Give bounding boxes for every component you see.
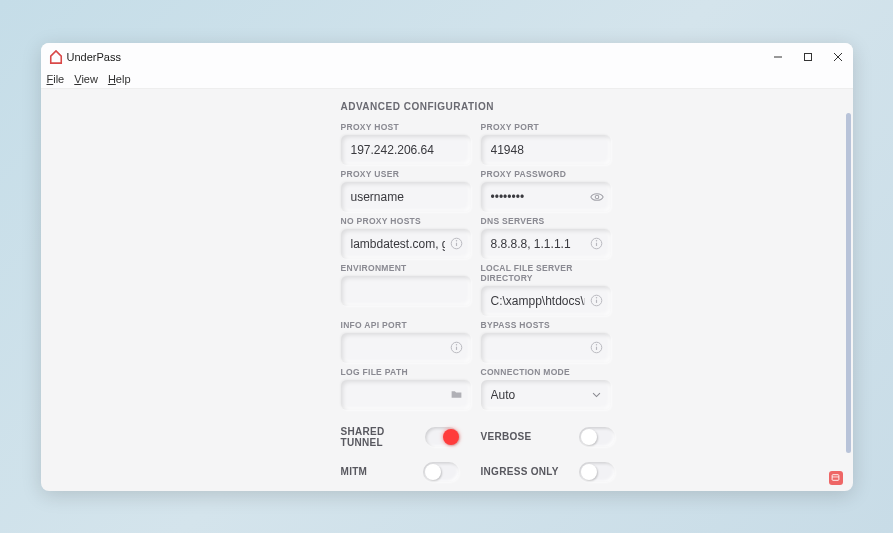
label-proxy-host: PROXY HOST <box>341 122 475 132</box>
svg-point-4 <box>595 195 599 199</box>
info-icon[interactable] <box>450 341 464 355</box>
input-proxy-port[interactable] <box>481 135 611 165</box>
eye-icon[interactable] <box>590 190 604 204</box>
toggle-shared-tunnel: SHARED TUNNEL <box>341 426 459 448</box>
menu-file[interactable]: File <box>47 73 65 85</box>
window-title: UnderPass <box>67 51 121 63</box>
label-environment: ENVIRONMENT <box>341 263 475 273</box>
minimize-button[interactable] <box>763 43 793 71</box>
field-no-proxy-hosts: NO PROXY HOSTS <box>341 216 475 259</box>
content-area: ADVANCED CONFIGURATION PROXY HOST PROXY … <box>41 89 853 491</box>
svg-point-16 <box>456 344 457 345</box>
field-proxy-password: PROXY PASSWORD <box>481 169 615 212</box>
info-icon[interactable] <box>590 237 604 251</box>
field-environment: ENVIRONMENT <box>341 263 475 316</box>
label-connection-mode: CONNECTION MODE <box>481 367 615 377</box>
toggle-verbose: VERBOSE <box>481 426 615 448</box>
maximize-button[interactable] <box>793 43 823 71</box>
maximize-icon <box>803 52 813 62</box>
switch-verbose[interactable] <box>579 427 615 447</box>
app-logo-icon <box>49 50 63 64</box>
label-no-proxy-hosts: NO PROXY HOSTS <box>341 216 475 226</box>
field-connection-mode: CONNECTION MODE Auto <box>481 367 615 410</box>
menubar: File View Help <box>41 71 853 89</box>
minimize-icon <box>773 52 783 62</box>
svg-rect-20 <box>832 475 839 481</box>
label-log-file-path: LOG FILE PATH <box>341 367 475 377</box>
toggle-mitm: MITM <box>341 462 459 482</box>
field-dns-servers: DNS SERVERS <box>481 216 615 259</box>
menu-view[interactable]: View <box>74 73 98 85</box>
svg-point-7 <box>456 240 457 241</box>
label-proxy-user: PROXY USER <box>341 169 475 179</box>
label-shared-tunnel: SHARED TUNNEL <box>341 426 425 448</box>
svg-point-19 <box>596 344 597 345</box>
close-icon <box>833 52 843 62</box>
field-log-file-path: LOG FILE PATH <box>341 367 475 410</box>
field-bypass-hosts: BYPASS HOSTS <box>481 320 615 363</box>
field-local-dir: LOCAL FILE SERVER DIRECTORY <box>481 263 615 316</box>
info-icon[interactable] <box>590 294 604 308</box>
label-dns-servers: DNS SERVERS <box>481 216 615 226</box>
app-window: UnderPass File View Help ADVANCED CONFIG… <box>41 43 853 491</box>
section-title: ADVANCED CONFIGURATION <box>341 101 853 112</box>
close-button[interactable] <box>823 43 853 71</box>
info-icon[interactable] <box>590 341 604 355</box>
titlebar: UnderPass <box>41 43 853 71</box>
label-mitm: MITM <box>341 466 368 477</box>
chevron-down-icon <box>590 388 604 402</box>
label-proxy-port: PROXY PORT <box>481 122 615 132</box>
menu-help[interactable]: Help <box>108 73 131 85</box>
field-proxy-user: PROXY USER <box>341 169 475 212</box>
label-verbose: VERBOSE <box>481 431 532 442</box>
svg-rect-1 <box>804 53 811 60</box>
input-proxy-user[interactable] <box>341 182 471 212</box>
input-environment[interactable] <box>341 276 471 306</box>
label-bypass-hosts: BYPASS HOSTS <box>481 320 615 330</box>
svg-point-13 <box>596 297 597 298</box>
switch-ingress-only[interactable] <box>579 462 615 482</box>
toggles-grid: SHARED TUNNEL VERBOSE MITM INGRESS ONLY … <box>341 426 615 491</box>
toggle-ingress-only: INGRESS ONLY <box>481 462 615 482</box>
label-info-api-port: INFO API PORT <box>341 320 475 330</box>
label-proxy-password: PROXY PASSWORD <box>481 169 615 179</box>
config-form: PROXY HOST PROXY PORT PROXY USER PROXY P… <box>341 122 615 410</box>
input-proxy-host[interactable] <box>341 135 471 165</box>
field-proxy-port: PROXY PORT <box>481 122 615 165</box>
info-icon[interactable] <box>450 237 464 251</box>
field-proxy-host: PROXY HOST <box>341 122 475 165</box>
svg-point-10 <box>596 240 597 241</box>
notification-badge-icon[interactable] <box>829 471 843 485</box>
switch-mitm[interactable] <box>423 462 459 482</box>
switch-shared-tunnel[interactable] <box>425 427 459 447</box>
label-ingress-only: INGRESS ONLY <box>481 466 559 477</box>
field-info-api-port: INFO API PORT <box>341 320 475 363</box>
label-local-dir: LOCAL FILE SERVER DIRECTORY <box>481 263 615 283</box>
folder-icon[interactable] <box>450 388 464 402</box>
window-controls <box>763 43 853 71</box>
scrollbar-thumb[interactable] <box>846 113 851 453</box>
